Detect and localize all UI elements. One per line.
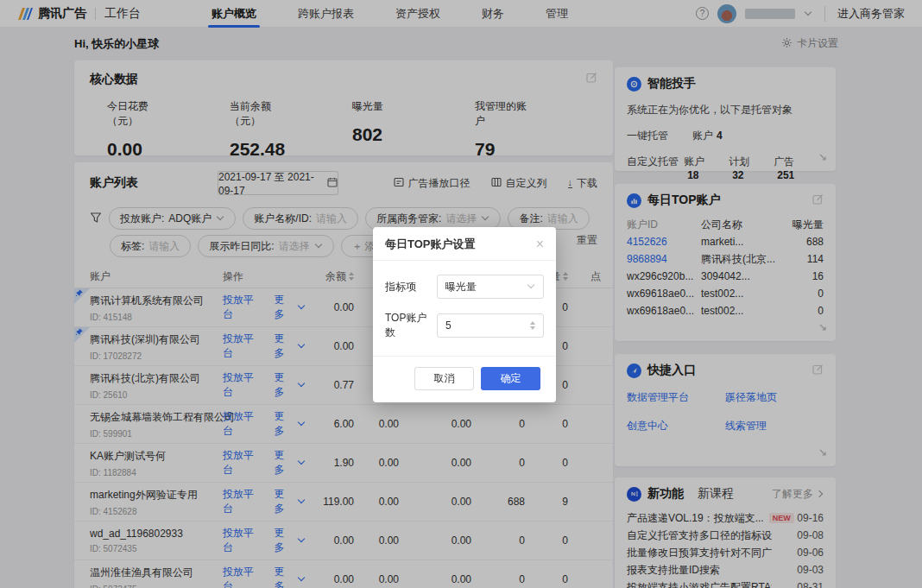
metric-field-label: 指标项: [385, 280, 437, 294]
metric-select[interactable]: 曝光量: [437, 275, 544, 299]
close-icon[interactable]: ×: [536, 239, 544, 250]
top-count-input[interactable]: 5: [437, 313, 544, 338]
chevron-down-icon: [527, 281, 534, 288]
top-count-field-label: TOP账户数: [385, 311, 437, 340]
number-stepper-icon[interactable]: [530, 321, 535, 330]
daily-top-settings-modal: 每日TOP账户设置 × 指标项 曝光量 TOP账户数 5 取消 确定: [373, 227, 556, 402]
confirm-button[interactable]: 确定: [481, 367, 540, 390]
cancel-button[interactable]: 取消: [414, 367, 474, 390]
modal-title: 每日TOP账户设置: [385, 237, 476, 252]
